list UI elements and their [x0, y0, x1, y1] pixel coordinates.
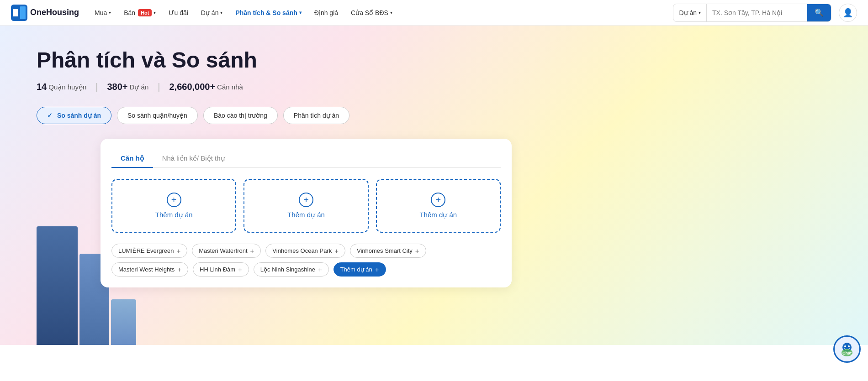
user-avatar[interactable]: 👤	[839, 4, 857, 22]
logo[interactable]: OneHousing	[11, 5, 79, 21]
stat-du-an: 380+ Dự án	[107, 82, 149, 92]
plus-icon-3: +	[431, 193, 445, 207]
nav-cuaso[interactable]: Cửa Sổ BĐS ▾	[346, 6, 397, 19]
add-label-1: Thêm dự án	[155, 211, 193, 219]
nav-uudai[interactable]: Ưu đãi	[164, 6, 192, 19]
chevron-down-icon: ▾	[153, 10, 156, 15]
user-icon: 👤	[843, 8, 853, 18]
tag-vinhomes-smart[interactable]: Vinhomes Smart City +	[350, 244, 426, 258]
plus-icon-2: +	[299, 193, 313, 207]
plus-icon: +	[318, 266, 322, 273]
nav-phantich[interactable]: Phân tích & So sánh ▾	[231, 6, 306, 19]
search-type-dropdown[interactable]: Dự án ▾	[673, 4, 707, 21]
stat-quan-huyen: 14 Quận huyện	[37, 82, 86, 92]
nav-mua[interactable]: Mua ▾	[90, 6, 116, 19]
logo-icon	[11, 5, 27, 21]
add-project-tag-button[interactable]: Thêm dự án +	[333, 262, 386, 277]
plus-icon: +	[177, 266, 181, 273]
plus-icon: +	[238, 266, 242, 273]
svg-rect-1	[13, 9, 18, 16]
add-project-row: + Thêm dự án + Thêm dự án + Thêm dự án	[111, 179, 501, 233]
filter-buttons: ✓ So sánh dự án So sánh quận/huyện Báo c…	[37, 107, 831, 124]
search-input[interactable]	[707, 9, 807, 16]
card-tabs: Căn hộ Nhà liền kề/ Biệt thự	[111, 150, 501, 168]
svg-point-3	[842, 343, 852, 345]
filter-phan-tich-du-an[interactable]: Phân tích dự án	[283, 107, 349, 124]
plus-icon: +	[334, 247, 339, 255]
hero-stats: 14 Quận huyện | 380+ Dự án | 2,660,000+ …	[37, 82, 831, 92]
svg-rect-2	[20, 6, 26, 19]
add-project-box-1[interactable]: + Thêm dự án	[111, 179, 236, 233]
hot-badge: Hot	[138, 9, 152, 16]
chevron-down-icon: ▾	[699, 10, 701, 15]
filter-so-sanh-du-an[interactable]: ✓ So sánh dự án	[37, 107, 111, 124]
chevron-down-icon: ▾	[299, 10, 302, 15]
project-tags: LUMIÈRE Evergreen + Masteri Waterfront +…	[111, 244, 501, 277]
logo-text: OneHousing	[30, 8, 79, 17]
search-icon: 🔍	[815, 8, 824, 17]
tag-loc-ninh[interactable]: Lộc Ninh Singashine +	[254, 262, 329, 277]
tag-hh-linh-dam[interactable]: HH Linh Đàm +	[193, 262, 249, 277]
nav-dinhgia[interactable]: Định giá	[310, 6, 343, 19]
chevron-down-icon: ▾	[220, 10, 222, 15]
filter-bao-cao-thi-truong[interactable]: Báo cáo thị trường	[203, 107, 278, 124]
hero-section: Phân tích và So sánh 14 Quận huyện | 380…	[0, 26, 868, 345]
chevron-down-icon: ▾	[390, 10, 392, 15]
nav-duan[interactable]: Dự án ▾	[196, 6, 228, 19]
chat-icon: Chat	[838, 340, 856, 345]
plus-icon: +	[415, 247, 419, 255]
tag-masteri-west[interactable]: Masteri West Heights +	[111, 262, 188, 277]
plus-icon: +	[375, 266, 379, 273]
nav-ban[interactable]: Bán Hot ▾	[119, 6, 160, 19]
tab-can-ho[interactable]: Căn hộ	[111, 150, 153, 168]
search-button[interactable]: 🔍	[807, 4, 831, 22]
stat-can-nha: 2,660,000+ Căn nhà	[169, 82, 243, 92]
plus-icon-1: +	[167, 193, 181, 207]
navbar: OneHousing Mua ▾ Bán Hot ▾ Ưu đãi Dự án …	[0, 0, 868, 26]
tag-masteri-waterfront[interactable]: Masteri Waterfront +	[192, 244, 261, 258]
check-icon: ✓	[47, 112, 53, 119]
page-title: Phân tích và So sánh	[37, 47, 831, 73]
add-project-box-3[interactable]: + Thêm dự án	[376, 179, 501, 233]
plus-icon: +	[176, 247, 180, 255]
chevron-down-icon: ▾	[109, 10, 111, 15]
building-small	[111, 299, 136, 345]
add-label-3: Thêm dự án	[419, 211, 457, 219]
add-label-2: Thêm dự án	[287, 211, 325, 219]
plus-icon: +	[250, 247, 254, 255]
tab-nha-lien-ke[interactable]: Nhà liền kề/ Biệt thự	[153, 150, 234, 168]
search-wrapper: Dự án ▾ 🔍	[673, 4, 831, 22]
filter-so-sanh-quan-huyen[interactable]: So sánh quận/huyện	[117, 107, 198, 124]
building-tall	[37, 226, 78, 345]
add-project-box-2[interactable]: + Thêm dự án	[243, 179, 368, 233]
comparison-card: Căn hộ Nhà liền kề/ Biệt thự + Thêm dự á…	[101, 139, 512, 287]
tag-lumiere[interactable]: LUMIÈRE Evergreen +	[111, 244, 187, 258]
tag-vinhomes-ocean[interactable]: Vinhomes Ocean Park +	[265, 244, 345, 258]
